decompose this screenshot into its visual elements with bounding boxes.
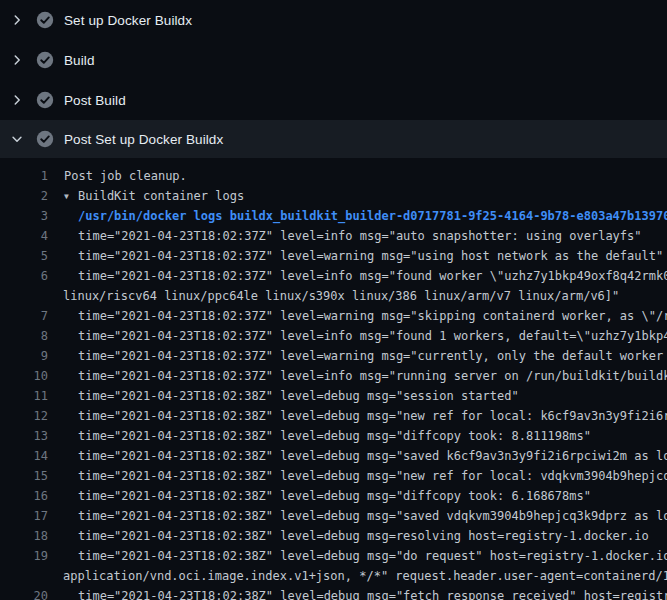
log-line: 9 time="2021-04-23T18:02:37Z" level=warn… [0,346,667,366]
log-line-number[interactable]: 14 [0,446,48,466]
log-line-number[interactable]: 19 [0,546,48,566]
log-line: 12 time="2021-04-23T18:02:38Z" level=deb… [0,406,667,426]
log-line-text: time="2021-04-23T18:02:38Z" level=debug … [48,586,667,600]
log-line-text: time="2021-04-23T18:02:38Z" level=debug … [48,426,591,446]
group-expanded-icon[interactable]: ▼ [64,187,78,207]
log-line: 18 time="2021-04-23T18:02:38Z" level=deb… [0,526,667,546]
log-line-number[interactable]: 3 [0,206,48,226]
log-line: 20 time="2021-04-23T18:02:38Z" level=deb… [0,586,667,600]
log-line-number[interactable]: 15 [0,466,48,486]
log-line-text: linux/riscv64 linux/ppc64le linux/s390x … [48,286,619,306]
log-line-number[interactable]: 11 [0,386,48,406]
log-line-number[interactable]: 5 [0,246,48,266]
check-circle-icon [36,51,54,69]
steps-list: Set up Docker Buildx Build [0,0,667,158]
log-line-text: ▼BuildKit container logs [48,186,244,206]
check-circle-icon [36,11,54,29]
log-line-number[interactable]: 1 [0,166,48,186]
step-label: Build [64,53,95,68]
log-line-text: time="2021-04-23T18:02:37Z" level=info m… [48,366,667,386]
log-line-text: time="2021-04-23T18:02:37Z" level=info m… [48,266,667,286]
log-line: 14 time="2021-04-23T18:02:38Z" level=deb… [0,446,667,466]
log-line-number[interactable]: 4 [0,226,48,246]
log-line: 7 time="2021-04-23T18:02:37Z" level=warn… [0,306,667,326]
log-line: 16 time="2021-04-23T18:02:38Z" level=deb… [0,486,667,506]
log-line: 19 time="2021-04-23T18:02:38Z" level=deb… [0,546,667,566]
step-label: Post Set up Docker Buildx [64,132,223,147]
log-line: 1 Post job cleanup. [0,166,667,186]
log-line-text: time="2021-04-23T18:02:38Z" level=debug … [48,386,519,406]
docker-logs-command: /usr/bin/docker logs buildx_buildkit_bui… [48,206,667,226]
log-line-number[interactable]: 20 [0,586,48,600]
log-line: 4 time="2021-04-23T18:02:37Z" level=info… [0,226,667,246]
log-line: 10 time="2021-04-23T18:02:37Z" level=inf… [0,366,667,386]
chevron-down-icon[interactable] [10,131,32,147]
log-line: 15 time="2021-04-23T18:02:38Z" level=deb… [0,466,667,486]
log-line-text: time="2021-04-23T18:02:38Z" level=debug … [48,466,667,486]
log-line-number[interactable]: 18 [0,526,48,546]
log-line-number[interactable]: 12 [0,406,48,426]
log-line-number[interactable]: 16 [0,486,48,506]
log-line-number[interactable]: 9 [0,346,48,366]
log-line-number[interactable]: 2 [0,186,48,206]
log-line: 5 time="2021-04-23T18:02:37Z" level=warn… [0,246,667,266]
check-circle-icon [36,91,54,109]
log-line: 13 time="2021-04-23T18:02:38Z" level=deb… [0,426,667,446]
step-label: Set up Docker Buildx [64,13,192,28]
log-line-number[interactable]: 10 [0,366,48,386]
log-line: 11 time="2021-04-23T18:02:38Z" level=deb… [0,386,667,406]
log-line-number[interactable]: 13 [0,426,48,446]
log-line-text: time="2021-04-23T18:02:37Z" level=warnin… [48,346,667,366]
log-line-number[interactable]: 8 [0,326,48,346]
log-line-number[interactable]: 6 [0,266,48,286]
log-line: 17 time="2021-04-23T18:02:38Z" level=deb… [0,506,667,526]
log-line-number[interactable] [0,286,48,306]
log-line: application/vnd.oci.image.index.v1+json,… [0,566,667,586]
log-line-text: time="2021-04-23T18:02:38Z" level=debug … [48,526,649,546]
log-line: 2 ▼BuildKit container logs [0,186,667,206]
log-line-text: time="2021-04-23T18:02:38Z" level=debug … [48,506,667,526]
log-line-text: time="2021-04-23T18:02:37Z" level=warnin… [48,306,667,326]
step-header-set-up-docker-buildx[interactable]: Set up Docker Buildx [0,0,667,40]
log-line-number[interactable]: 7 [0,306,48,326]
log-line-text: Post job cleanup. [48,166,187,186]
log-line: linux/riscv64 linux/ppc64le linux/s390x … [0,286,667,306]
log-line-text: time="2021-04-23T18:02:38Z" level=debug … [48,546,667,566]
chevron-right-icon[interactable] [10,92,32,108]
log-line-text: time="2021-04-23T18:02:37Z" level=warnin… [48,246,663,266]
log-line-number[interactable] [0,566,48,586]
log-line: 8 time="2021-04-23T18:02:37Z" level=info… [0,326,667,346]
log-line-text: time="2021-04-23T18:02:37Z" level=info m… [48,226,642,246]
log-line-text: time="2021-04-23T18:02:38Z" level=debug … [48,446,667,466]
log-line-text: time="2021-04-23T18:02:38Z" level=debug … [48,486,591,506]
log-line-text: time="2021-04-23T18:02:37Z" level=info m… [48,326,667,346]
step-header-post-set-up-docker-buildx[interactable]: Post Set up Docker Buildx [0,120,667,158]
log-line-text: time="2021-04-23T18:02:38Z" level=debug … [48,406,667,426]
step-header-post-build[interactable]: Post Build [0,80,667,120]
log-output: 1 Post job cleanup. 2 ▼BuildKit containe… [0,158,667,600]
group-label[interactable]: BuildKit container logs [78,189,244,203]
log-line: 3 /usr/bin/docker logs buildx_buildkit_b… [0,206,667,226]
check-circle-icon [36,130,54,148]
log-line: 6 time="2021-04-23T18:02:37Z" level=info… [0,266,667,286]
chevron-right-icon[interactable] [10,52,32,68]
step-label: Post Build [64,93,126,108]
log-line-number[interactable]: 17 [0,506,48,526]
step-header-build[interactable]: Build [0,40,667,80]
workflow-log-viewer: Set up Docker Buildx Build [0,0,667,600]
chevron-right-icon[interactable] [10,12,32,28]
log-line-text: application/vnd.oci.image.index.v1+json,… [48,566,667,586]
